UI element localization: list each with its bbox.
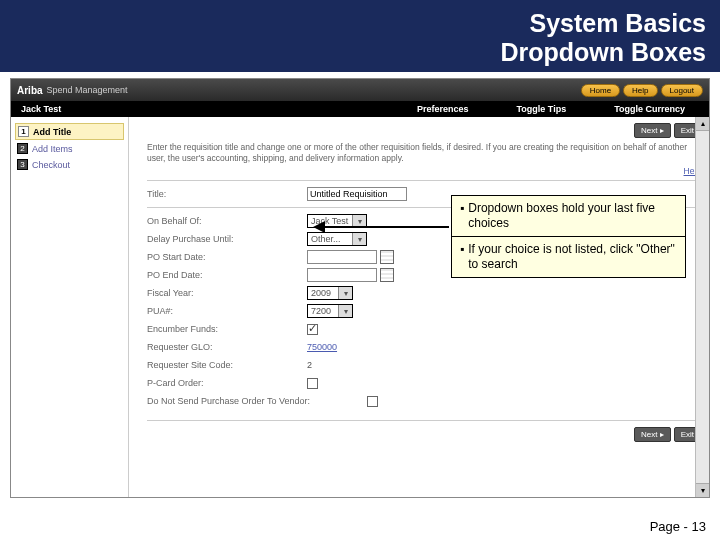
slide-title-bar: System Basics Dropdown Boxes xyxy=(0,0,720,72)
sidebar-item-add-title[interactable]: 1 Add Title xyxy=(15,123,124,140)
po-end-input[interactable] xyxy=(307,268,377,282)
calendar-icon[interactable] xyxy=(380,268,394,282)
pointer-arrow xyxy=(319,226,449,228)
req-glo-label: Requester GLO: xyxy=(147,342,307,352)
tab-preferences[interactable]: Preferences xyxy=(393,104,493,114)
pua-dropdown[interactable]: 7200 ▾ xyxy=(307,304,353,318)
title-input[interactable] xyxy=(307,187,407,201)
pua-label: PUA#: xyxy=(147,306,307,316)
next-button[interactable]: Next ▸ xyxy=(634,427,671,442)
encumber-label: Encumber Funds: xyxy=(147,324,307,334)
divider xyxy=(147,420,701,421)
header-buttons: Home Help Logout xyxy=(581,84,703,97)
pua-value: 7200 xyxy=(308,306,338,316)
sidebar-item-label: Add Items xyxy=(32,144,73,154)
scroll-up-icon[interactable]: ▴ xyxy=(696,117,709,131)
top-actions: Next ▸ Exit xyxy=(147,123,701,138)
intro-text: Enter the requisition title and change o… xyxy=(147,142,701,164)
home-button[interactable]: Home xyxy=(581,84,620,97)
sidebar-item-add-items[interactable]: 2 Add Items xyxy=(15,141,124,156)
tab-toggle-tips[interactable]: Toggle Tips xyxy=(492,104,590,114)
app-brand-group: Ariba Spend Management xyxy=(17,85,128,96)
delay-value: Other... xyxy=(308,234,352,244)
bullet-icon: ▪ xyxy=(460,201,464,231)
step-number: 3 xyxy=(17,159,28,170)
step-number: 2 xyxy=(17,143,28,154)
po-start-label: PO Start Date: xyxy=(147,252,307,262)
app-screenshot: Ariba Spend Management Home Help Logout … xyxy=(10,78,710,498)
main-panel: Next ▸ Exit Enter the requisition title … xyxy=(129,117,709,497)
page-number: Page - 13 xyxy=(650,519,706,534)
sidebar-item-label: Checkout xyxy=(32,160,70,170)
sidebar-item-checkout[interactable]: 3 Checkout xyxy=(15,157,124,172)
fiscal-year-dropdown[interactable]: 2009 ▾ xyxy=(307,286,353,300)
title-label: Title: xyxy=(147,189,307,199)
vertical-scrollbar[interactable]: ▴ ▾ xyxy=(695,117,709,497)
title-line-2: Dropdown Boxes xyxy=(500,38,706,66)
next-button[interactable]: Next ▸ xyxy=(634,123,671,138)
po-start-input[interactable] xyxy=(307,250,377,264)
site-code-label: Requester Site Code: xyxy=(147,360,307,370)
callout-line-1: ▪ Dropdown boxes hold your last five cho… xyxy=(452,196,685,237)
bullet-icon: ▪ xyxy=(460,242,464,272)
help-link[interactable]: Help xyxy=(147,166,701,176)
brand-name: Ariba xyxy=(17,85,43,96)
brand-sub: Spend Management xyxy=(47,85,128,95)
step-number: 1 xyxy=(18,126,29,137)
pcard-label: P-Card Order: xyxy=(147,378,307,388)
req-glo-value[interactable]: 750000 xyxy=(307,342,337,352)
pcard-checkbox[interactable] xyxy=(307,378,318,389)
content-row: 1 Add Title 2 Add Items 3 Checkout Next … xyxy=(11,117,709,497)
callout-text: Dropdown boxes hold your last five choic… xyxy=(468,201,677,231)
site-code-value: 2 xyxy=(307,360,312,370)
behalf-label: On Behalf Of: xyxy=(147,216,307,226)
chevron-down-icon: ▾ xyxy=(338,305,352,317)
tab-toggle-currency[interactable]: Toggle Currency xyxy=(590,104,709,114)
sidebar-item-label: Add Title xyxy=(33,127,71,137)
fiscal-year-value: 2009 xyxy=(308,288,338,298)
callout-line-2: ▪ If your choice is not listed, click "O… xyxy=(452,237,685,277)
chevron-down-icon: ▾ xyxy=(338,287,352,299)
slide-title: System Basics Dropdown Boxes xyxy=(500,9,706,67)
current-user: Jack Test xyxy=(11,104,71,114)
po-end-label: PO End Date: xyxy=(147,270,307,280)
callout-text: If your choice is not listed, click "Oth… xyxy=(468,242,677,272)
encumber-checkbox[interactable] xyxy=(307,324,318,335)
delay-label: Delay Purchase Until: xyxy=(147,234,307,244)
scroll-down-icon[interactable]: ▾ xyxy=(696,483,709,497)
instruction-callout: ▪ Dropdown boxes hold your last five cho… xyxy=(451,195,686,278)
bottom-actions: Next ▸ Exit xyxy=(147,427,701,442)
logout-button[interactable]: Logout xyxy=(661,84,703,97)
nosend-label: Do Not Send Purchase Order To Vendor: xyxy=(147,396,367,406)
calendar-icon[interactable] xyxy=(380,250,394,264)
app-header: Ariba Spend Management Home Help Logout xyxy=(11,79,709,101)
chevron-down-icon: ▾ xyxy=(352,233,366,245)
wizard-sidebar: 1 Add Title 2 Add Items 3 Checkout xyxy=(11,117,129,497)
fiscal-year-label: Fiscal Year: xyxy=(147,288,307,298)
title-line-1: System Basics xyxy=(529,9,706,37)
tab-bar: Jack Test Preferences Toggle Tips Toggle… xyxy=(11,101,709,117)
nosend-checkbox[interactable] xyxy=(367,396,378,407)
divider xyxy=(147,180,701,181)
help-button[interactable]: Help xyxy=(623,84,657,97)
delay-dropdown[interactable]: Other... ▾ xyxy=(307,232,367,246)
arrow-head-icon xyxy=(313,221,325,233)
